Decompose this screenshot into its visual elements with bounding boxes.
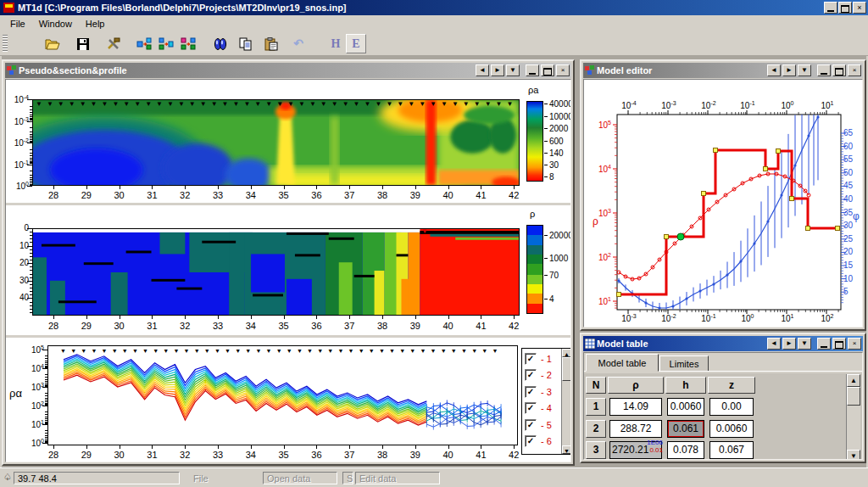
table-minimize-button[interactable] bbox=[817, 338, 831, 350]
y-minor-tick bbox=[45, 361, 47, 361]
x-axis-label: 31 bbox=[142, 450, 162, 460]
pseudo-close-button[interactable]: × bbox=[556, 64, 570, 76]
tools-button[interactable] bbox=[103, 34, 124, 53]
x-axis-tick bbox=[481, 316, 481, 319]
legend-checkbox[interactable]: ✓ bbox=[525, 386, 537, 398]
pseudo-section-window: Pseudo&section&profile ◄ ► ▼ × ρa bbox=[2, 59, 575, 466]
colorbar-tick-label: 600 bbox=[549, 137, 564, 146]
editor-prev-button[interactable]: ◄ bbox=[767, 64, 781, 76]
x-axis-tick bbox=[152, 186, 153, 189]
layout-1-button[interactable] bbox=[134, 34, 154, 53]
table-maximize-button[interactable] bbox=[832, 338, 846, 350]
copy-button[interactable] bbox=[236, 34, 256, 53]
x-axis-label: 39 bbox=[405, 190, 426, 200]
pseudosection-plot[interactable]: ▼▼▼▼▼▼▼▼▼▼▼▼▼▼▼▼▼▼▼▼▼▼▼▼▼▼▼▼▼▼▼▼▼▼▼▼▼▼▼▼… bbox=[32, 99, 520, 186]
cell-h[interactable]: 0.0060 bbox=[667, 398, 704, 416]
cell-rho[interactable]: 14.09 bbox=[609, 398, 662, 416]
minimize-button[interactable] bbox=[824, 2, 837, 14]
pseudo-menu-button[interactable]: ▼ bbox=[506, 64, 520, 76]
mdi-area: Pseudo&section&profile ◄ ► ▼ × ρa bbox=[2, 56, 866, 467]
tab-limites[interactable]: Limites bbox=[659, 355, 709, 372]
row-header[interactable]: 1 bbox=[586, 398, 606, 416]
row-header[interactable]: 3 bbox=[586, 441, 606, 459]
cell-rho[interactable]: 2720.211E060.01 bbox=[609, 441, 662, 459]
scroll-up-button[interactable]: ▲ bbox=[562, 349, 571, 357]
find-button[interactable] bbox=[210, 34, 231, 53]
y-minor-tick bbox=[30, 136, 32, 137]
x-axis-tick bbox=[382, 186, 383, 189]
legend-scrollbar[interactable]: ▲ ▼ bbox=[561, 349, 571, 454]
editor-minimize-button[interactable] bbox=[817, 64, 831, 76]
pseudo-next-button[interactable]: ► bbox=[491, 64, 504, 76]
pseudo-maximize-button[interactable] bbox=[541, 64, 554, 76]
axis-tick-label: 35 bbox=[843, 208, 853, 217]
column-header-rho: ρ bbox=[608, 377, 664, 394]
axis-tick-label: 105 bbox=[18, 344, 44, 355]
profile-plot[interactable]: ▼▼▼▼▼▼▼▼▼▼▼▼▼▼▼▼▼▼▼▼▼▼▼▼▼▼▼▼▼▼▼▼▼▼▼▼▼▼▼▼… bbox=[47, 345, 518, 445]
x-axis-label: 28 bbox=[43, 321, 64, 331]
close-button[interactable]: × bbox=[853, 2, 866, 14]
selected-station-marker[interactable]: ▼ bbox=[421, 228, 428, 235]
tab-model-table[interactable]: Model table bbox=[586, 354, 659, 372]
paste-icon bbox=[264, 37, 278, 51]
legend-checkbox[interactable]: ✓ bbox=[525, 369, 537, 381]
cell-rho[interactable]: 288.72 bbox=[609, 420, 662, 438]
cell-h[interactable]: 0.061 bbox=[667, 420, 704, 438]
table-prev-button[interactable]: ◄ bbox=[767, 338, 781, 350]
maximize-button[interactable] bbox=[838, 2, 852, 14]
menu-help[interactable]: Help bbox=[79, 17, 112, 31]
colorbar-tick bbox=[544, 275, 548, 276]
x-axis-tick bbox=[120, 316, 120, 319]
legend-checkbox[interactable]: ✓ bbox=[525, 435, 537, 447]
y-minor-tick bbox=[45, 414, 47, 415]
x-axis-label: 42 bbox=[504, 321, 524, 331]
scroll-up-button[interactable]: ▲ bbox=[847, 374, 860, 387]
legend-checkbox[interactable]: ✓ bbox=[525, 419, 537, 431]
menu-file[interactable]: File bbox=[3, 17, 32, 31]
axis-tick-label: 10 bbox=[843, 274, 853, 283]
x-axis-tick bbox=[316, 445, 317, 449]
model-section-plot[interactable]: ▼ bbox=[32, 228, 520, 316]
y-minor-tick bbox=[30, 253, 32, 254]
editor-next-button[interactable]: ► bbox=[782, 64, 796, 76]
cell-z[interactable]: 0.0060 bbox=[709, 420, 754, 438]
legend-checkbox[interactable]: ✓ bbox=[525, 402, 537, 414]
scrollbar-thumb[interactable] bbox=[562, 357, 571, 381]
table-next-button[interactable]: ► bbox=[782, 338, 796, 350]
model-editor-plot[interactable] bbox=[610, 108, 848, 316]
right-axis-label: φ bbox=[853, 210, 860, 222]
scrollbar-thumb[interactable] bbox=[847, 387, 860, 406]
editor-close-button[interactable]: × bbox=[848, 64, 861, 76]
row-header[interactable]: 2 bbox=[586, 420, 606, 438]
menu-window[interactable]: Window bbox=[32, 17, 79, 31]
cell-h[interactable]: 0.078 bbox=[667, 441, 704, 459]
e-polarization-button[interactable]: E bbox=[346, 34, 366, 53]
legend-checkbox[interactable]: ✓ bbox=[525, 353, 537, 365]
pseudo-minimize-button[interactable] bbox=[526, 64, 539, 76]
pseudo-prev-button[interactable]: ◄ bbox=[476, 64, 489, 76]
scroll-down-button[interactable]: ▼ bbox=[562, 445, 571, 454]
x-axis-label: 37 bbox=[339, 321, 359, 331]
y-minor-tick bbox=[30, 291, 32, 292]
table-window-client: Model table Limites Nρhz114.090.00600.00… bbox=[583, 352, 863, 460]
table-close-button[interactable]: × bbox=[848, 338, 861, 350]
cell-z[interactable]: 0.067 bbox=[709, 441, 754, 459]
h-polarization-button[interactable]: H bbox=[326, 34, 346, 53]
table-window-title: Model table bbox=[597, 339, 765, 349]
toolbar-gripper[interactable] bbox=[3, 35, 8, 52]
table-menu-button[interactable]: ▼ bbox=[798, 338, 811, 350]
editor-menu-button[interactable]: ▼ bbox=[798, 64, 811, 76]
cell-z[interactable]: 0.00 bbox=[709, 398, 754, 416]
open-file-button[interactable] bbox=[42, 34, 63, 53]
scroll-down-button[interactable]: ▼ bbox=[847, 450, 860, 460]
layout-3-button[interactable] bbox=[178, 34, 198, 53]
editor-maximize-button[interactable] bbox=[832, 64, 846, 76]
x-axis-tick bbox=[53, 186, 54, 189]
table-scrollbar[interactable]: ▲ ▼ bbox=[846, 374, 860, 460]
x-axis-label: 42 bbox=[504, 190, 524, 200]
layout-2-button[interactable] bbox=[156, 34, 176, 53]
save-button[interactable] bbox=[73, 34, 93, 53]
y-minor-tick bbox=[45, 379, 47, 380]
paste-button[interactable] bbox=[261, 34, 281, 53]
undo-button[interactable]: ↶ bbox=[288, 34, 309, 53]
